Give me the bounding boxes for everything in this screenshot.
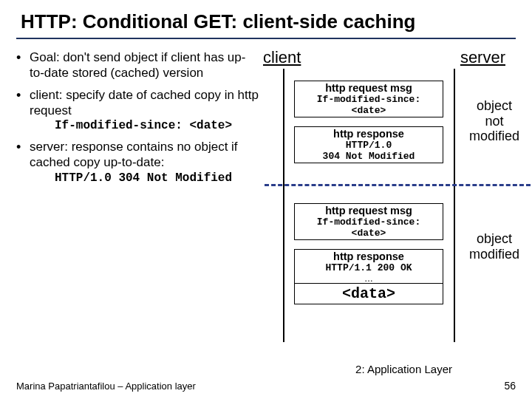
right-column: client server http request msg If-modifi… (266, 50, 516, 191)
left-column: Goal: don't send object if client has up… (16, 50, 260, 191)
title-rule (16, 38, 516, 39)
footer-left: Marina Papatriantafilou – Application la… (16, 381, 196, 392)
slide: HTTP: Conditional GET: client-side cachi… (0, 0, 532, 399)
bullet-server-text: server: response contains no object if c… (30, 140, 238, 169)
server-timeline (454, 69, 455, 342)
ex1-req-code1: If-modified-since: (298, 94, 440, 105)
ex1-resp-code2: 304 Not Modified (298, 151, 440, 162)
ex1-response-box: http response HTTP/1.0 304 Not Modified (294, 126, 443, 163)
ex2-req-code2: <date> (298, 228, 440, 239)
ex1-resp-code1: HTTP/1.0 (298, 140, 440, 151)
bullet-client-text: client: specify date of cached copy in h… (30, 88, 259, 117)
ex2-data-text: <data> (342, 285, 395, 302)
ex2-req-code1: If-modified-since: (298, 216, 440, 228)
ex1-request-box: http request msg If-modified-since: <dat… (294, 81, 443, 117)
footer-page-number: 56 (504, 380, 516, 392)
ex2-resp-code1: HTTP/1.1 200 OK (298, 262, 440, 273)
bullet-client: client: specify date of cached copy in h… (16, 87, 260, 134)
ex2-data-box: <data> (294, 283, 443, 304)
client-timeline (283, 69, 284, 342)
server-heading: server (460, 48, 505, 67)
dashed-separator (265, 184, 531, 186)
ex1-resp-heading: http response (298, 128, 440, 140)
bullet-server: server: response contains no object if c… (16, 139, 260, 185)
ex2-resp-heading: http response (298, 250, 440, 262)
footer-mid: 2: Application Layer (355, 363, 452, 375)
slide-title: HTTP: Conditional GET: client-side cachi… (16, 10, 516, 38)
ex1-req-code2: <date> (298, 105, 440, 116)
client-heading: client (263, 48, 301, 67)
slide-body: Goal: don't send object if client has up… (16, 50, 516, 191)
ex1-side-label: object not modified (461, 98, 528, 144)
bullet-list: Goal: don't send object if client has up… (16, 50, 260, 185)
ex2-resp-dots: … (298, 273, 440, 284)
ex1-req-heading: http request msg (298, 82, 440, 94)
bullet-goal: Goal: don't send object if client has up… (16, 50, 260, 81)
bullet-server-code: HTTP/1.0 304 Not Modified (30, 171, 260, 185)
bullet-goal-text: Goal: don't send object if client has up… (30, 50, 245, 80)
ex2-req-heading: http request msg (298, 205, 440, 216)
ex2-request-box: http request msg If-modified-since: <dat… (294, 203, 443, 240)
ex2-side-label: object modified (461, 231, 528, 262)
ex2-response-box: http response HTTP/1.1 200 OK … (294, 249, 443, 284)
bullet-client-code: If-modified-since: <date> (30, 118, 260, 133)
